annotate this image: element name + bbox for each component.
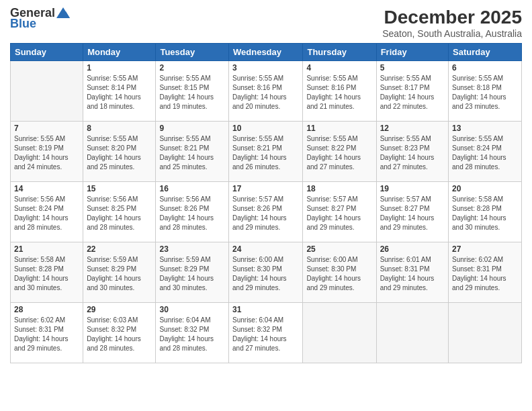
day-info: Sunrise: 5:55 AMSunset: 8:23 PMDaylight:… bbox=[380, 134, 445, 172]
day-info: Sunrise: 6:02 AMSunset: 8:31 PMDaylight:… bbox=[14, 316, 79, 353]
header: General Blue December 2025 Seaton, South… bbox=[10, 7, 522, 39]
day-number: 1 bbox=[87, 63, 152, 73]
day-header-sunday: Sunday bbox=[11, 44, 83, 61]
day-number: 11 bbox=[306, 124, 372, 133]
day-number: 29 bbox=[87, 305, 152, 314]
day-number: 23 bbox=[159, 244, 225, 254]
calendar-cell: 23Sunrise: 5:59 AMSunset: 8:29 PMDayligh… bbox=[156, 242, 229, 303]
week-row-3: 14Sunrise: 5:56 AMSunset: 8:24 PMDayligh… bbox=[11, 182, 522, 242]
calendar-cell: 1Sunrise: 5:55 AMSunset: 8:14 PMDaylight… bbox=[83, 61, 156, 122]
day-number: 7 bbox=[14, 124, 79, 133]
day-info: Sunrise: 6:02 AMSunset: 8:31 PMDaylight:… bbox=[452, 255, 518, 293]
day-info: Sunrise: 5:59 AMSunset: 8:29 PMDaylight:… bbox=[87, 255, 152, 293]
day-info: Sunrise: 5:55 AMSunset: 8:17 PMDaylight:… bbox=[380, 74, 445, 111]
calendar-cell bbox=[303, 303, 376, 363]
day-info: Sunrise: 6:01 AMSunset: 8:31 PMDaylight:… bbox=[380, 255, 445, 293]
day-number: 17 bbox=[232, 184, 299, 193]
calendar-cell: 7Sunrise: 5:55 AMSunset: 8:19 PMDaylight… bbox=[11, 122, 83, 182]
calendar-cell: 10Sunrise: 5:55 AMSunset: 8:21 PMDayligh… bbox=[229, 122, 303, 182]
calendar-cell: 13Sunrise: 5:55 AMSunset: 8:24 PMDayligh… bbox=[449, 122, 522, 182]
calendar-cell: 12Sunrise: 5:55 AMSunset: 8:23 PMDayligh… bbox=[376, 122, 448, 182]
day-info: Sunrise: 5:55 AMSunset: 8:21 PMDaylight:… bbox=[159, 134, 225, 172]
calendar-cell: 28Sunrise: 6:02 AMSunset: 8:31 PMDayligh… bbox=[11, 303, 83, 363]
day-number: 8 bbox=[87, 124, 152, 133]
day-info: Sunrise: 6:04 AMSunset: 8:32 PMDaylight:… bbox=[159, 316, 225, 353]
day-info: Sunrise: 5:55 AMSunset: 8:20 PMDaylight:… bbox=[87, 134, 152, 172]
month-title: December 2025 bbox=[382, 7, 522, 28]
calendar-cell: 22Sunrise: 5:59 AMSunset: 8:29 PMDayligh… bbox=[83, 242, 156, 303]
day-info: Sunrise: 5:56 AMSunset: 8:24 PMDaylight:… bbox=[14, 195, 79, 232]
day-info: Sunrise: 5:55 AMSunset: 8:15 PMDaylight:… bbox=[159, 74, 225, 111]
week-row-1: 1Sunrise: 5:55 AMSunset: 8:14 PMDaylight… bbox=[11, 61, 522, 122]
calendar-cell: 11Sunrise: 5:55 AMSunset: 8:22 PMDayligh… bbox=[303, 122, 376, 182]
day-info: Sunrise: 6:03 AMSunset: 8:32 PMDaylight:… bbox=[87, 316, 152, 353]
day-info: Sunrise: 5:58 AMSunset: 8:28 PMDaylight:… bbox=[452, 195, 518, 232]
day-number: 21 bbox=[14, 244, 79, 254]
calendar-cell: 27Sunrise: 6:02 AMSunset: 8:31 PMDayligh… bbox=[449, 242, 522, 303]
calendar-cell: 8Sunrise: 5:55 AMSunset: 8:20 PMDaylight… bbox=[83, 122, 156, 182]
day-number: 31 bbox=[232, 305, 299, 314]
calendar-cell: 3Sunrise: 5:55 AMSunset: 8:16 PMDaylight… bbox=[229, 61, 303, 122]
calendar-cell: 15Sunrise: 5:56 AMSunset: 8:25 PMDayligh… bbox=[83, 182, 156, 242]
day-info: Sunrise: 5:56 AMSunset: 8:25 PMDaylight:… bbox=[87, 195, 152, 232]
page-container: General Blue December 2025 Seaton, South… bbox=[0, 0, 532, 370]
day-number: 14 bbox=[14, 184, 79, 193]
calendar-cell: 2Sunrise: 5:55 AMSunset: 8:15 PMDaylight… bbox=[156, 61, 229, 122]
day-number: 18 bbox=[306, 184, 372, 193]
day-number: 13 bbox=[452, 124, 518, 133]
calendar-table: SundayMondayTuesdayWednesdayThursdayFrid… bbox=[10, 43, 522, 363]
day-number: 9 bbox=[159, 124, 225, 133]
logo-icon bbox=[56, 7, 70, 18]
day-info: Sunrise: 6:04 AMSunset: 8:32 PMDaylight:… bbox=[232, 316, 299, 353]
calendar-cell: 30Sunrise: 6:04 AMSunset: 8:32 PMDayligh… bbox=[156, 303, 229, 363]
week-row-4: 21Sunrise: 5:58 AMSunset: 8:28 PMDayligh… bbox=[11, 242, 522, 303]
calendar-cell: 31Sunrise: 6:04 AMSunset: 8:32 PMDayligh… bbox=[229, 303, 303, 363]
calendar-cell: 18Sunrise: 5:57 AMSunset: 8:27 PMDayligh… bbox=[303, 182, 376, 242]
day-number: 24 bbox=[232, 244, 299, 254]
day-number: 15 bbox=[87, 184, 152, 193]
day-number: 27 bbox=[452, 244, 518, 254]
title-section: December 2025 Seaton, South Australia, A… bbox=[382, 7, 522, 39]
calendar-cell bbox=[11, 61, 83, 122]
day-info: Sunrise: 5:55 AMSunset: 8:19 PMDaylight:… bbox=[14, 134, 79, 172]
calendar-cell: 26Sunrise: 6:01 AMSunset: 8:31 PMDayligh… bbox=[376, 242, 448, 303]
day-number: 25 bbox=[306, 244, 372, 254]
day-number: 26 bbox=[380, 244, 445, 254]
day-number: 2 bbox=[159, 63, 225, 73]
day-info: Sunrise: 5:56 AMSunset: 8:26 PMDaylight:… bbox=[159, 195, 225, 232]
day-info: Sunrise: 5:57 AMSunset: 8:26 PMDaylight:… bbox=[232, 195, 299, 232]
day-number: 12 bbox=[380, 124, 445, 133]
calendar-cell: 16Sunrise: 5:56 AMSunset: 8:26 PMDayligh… bbox=[156, 182, 229, 242]
calendar-cell: 4Sunrise: 5:55 AMSunset: 8:16 PMDaylight… bbox=[303, 61, 376, 122]
calendar-cell: 19Sunrise: 5:57 AMSunset: 8:27 PMDayligh… bbox=[376, 182, 448, 242]
calendar-cell: 17Sunrise: 5:57 AMSunset: 8:26 PMDayligh… bbox=[229, 182, 303, 242]
calendar-cell: 29Sunrise: 6:03 AMSunset: 8:32 PMDayligh… bbox=[83, 303, 156, 363]
day-info: Sunrise: 6:00 AMSunset: 8:30 PMDaylight:… bbox=[306, 255, 372, 293]
day-number: 6 bbox=[452, 63, 518, 73]
day-info: Sunrise: 5:55 AMSunset: 8:16 PMDaylight:… bbox=[232, 74, 299, 111]
day-number: 19 bbox=[380, 184, 445, 193]
calendar-cell: 9Sunrise: 5:55 AMSunset: 8:21 PMDaylight… bbox=[156, 122, 229, 182]
day-header-friday: Friday bbox=[376, 44, 448, 61]
day-number: 4 bbox=[306, 63, 372, 73]
week-row-2: 7Sunrise: 5:55 AMSunset: 8:19 PMDaylight… bbox=[11, 122, 522, 182]
calendar-cell: 5Sunrise: 5:55 AMSunset: 8:17 PMDaylight… bbox=[376, 61, 448, 122]
day-header-saturday: Saturday bbox=[449, 44, 522, 61]
day-info: Sunrise: 5:59 AMSunset: 8:29 PMDaylight:… bbox=[159, 255, 225, 293]
day-info: Sunrise: 5:55 AMSunset: 8:18 PMDaylight:… bbox=[452, 74, 518, 111]
location-title: Seaton, South Australia, Australia bbox=[382, 28, 522, 39]
day-number: 30 bbox=[159, 305, 225, 314]
calendar-cell: 14Sunrise: 5:56 AMSunset: 8:24 PMDayligh… bbox=[11, 182, 83, 242]
day-header-thursday: Thursday bbox=[303, 44, 376, 61]
days-header-row: SundayMondayTuesdayWednesdayThursdayFrid… bbox=[11, 44, 522, 61]
day-header-wednesday: Wednesday bbox=[229, 44, 303, 61]
day-info: Sunrise: 5:55 AMSunset: 8:22 PMDaylight:… bbox=[306, 134, 372, 172]
day-info: Sunrise: 5:55 AMSunset: 8:24 PMDaylight:… bbox=[452, 134, 518, 172]
calendar-cell: 6Sunrise: 5:55 AMSunset: 8:18 PMDaylight… bbox=[449, 61, 522, 122]
day-number: 10 bbox=[232, 124, 299, 133]
day-number: 22 bbox=[87, 244, 152, 254]
day-header-monday: Monday bbox=[83, 44, 156, 61]
day-info: Sunrise: 5:57 AMSunset: 8:27 PMDaylight:… bbox=[306, 195, 372, 232]
day-info: Sunrise: 5:58 AMSunset: 8:28 PMDaylight:… bbox=[14, 255, 79, 293]
calendar-cell bbox=[376, 303, 448, 363]
